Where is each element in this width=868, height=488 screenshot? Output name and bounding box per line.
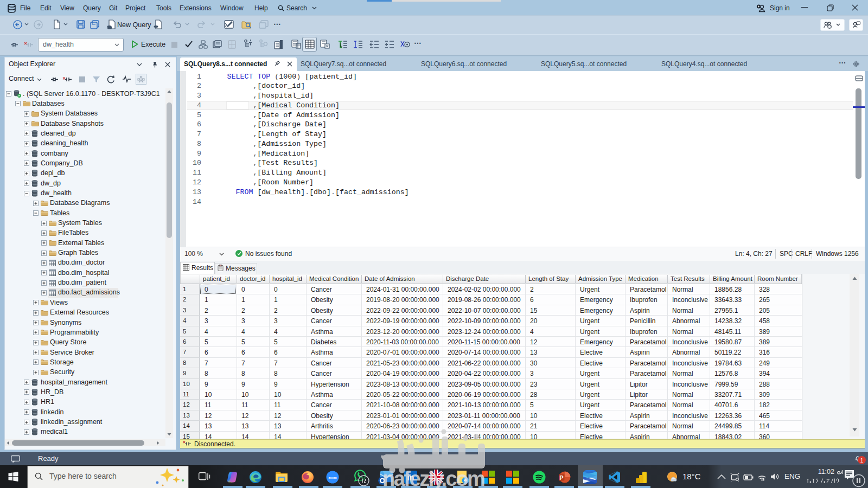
svg-text:P: P bbox=[559, 474, 563, 481]
svg-text:zoom: zoom bbox=[328, 476, 336, 479]
